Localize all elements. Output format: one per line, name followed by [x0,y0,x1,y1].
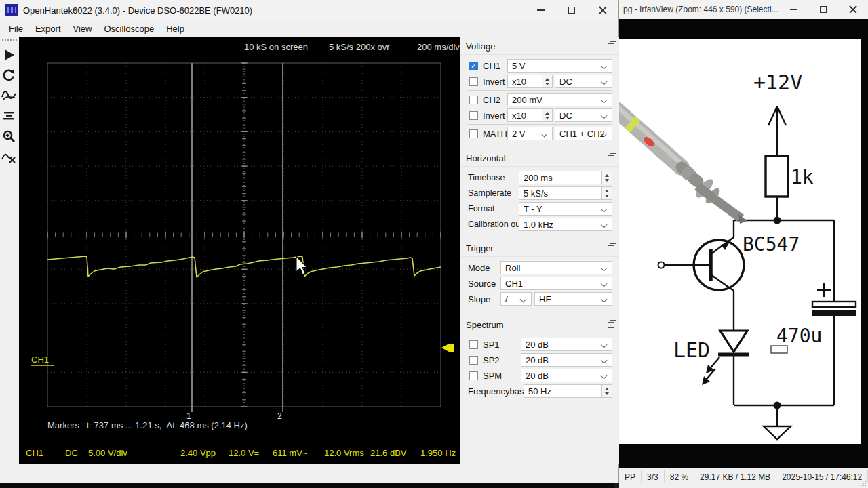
trigger-slope-select[interactable]: / [500,292,532,306]
ch2-checkbox[interactable] [469,96,478,104]
spectrum-view-button[interactable] [0,106,18,126]
zoom-icon [2,129,16,143]
menu-file[interactable]: File [3,22,29,36]
horizontal-panel-title: Horizontal [466,153,506,163]
spin-arrows-icon[interactable] [601,385,612,397]
ch2-coupling-select[interactable]: DC [555,108,612,122]
math-range-select[interactable]: 2 V [507,127,553,140]
ch2-invert-checkbox[interactable] [469,111,478,120]
close-icon [849,5,857,14]
titlebar[interactable]: OpenHantek6022 (3.4.0) - Device DSO-6022… [0,0,618,20]
irfanview-title: pg - IrfanView (Zoom: 446 x 590) (Select… [623,5,778,14]
trigger-slope-label: Slope [468,294,500,304]
spectrum-panel: Spectrum SP1 20 dB SP2 20 dB [461,317,619,398]
spin-arrows-icon[interactable] [542,75,552,87]
frequencybase-spin[interactable]: 50 Hz [524,384,612,398]
maximize-button[interactable] [556,0,587,20]
refresh-button[interactable] [0,65,18,85]
sp1-checkbox[interactable] [469,340,478,349]
ch1-invert-checkbox[interactable] [469,77,478,86]
left-toolbar [0,37,19,464]
horizontal-panel: Horizontal Timebase 200 ms Samplerate 5 … [461,150,619,231]
spm-label: SPM [483,371,521,381]
irfanview-close-button[interactable] [838,0,868,19]
levels-icon [2,109,16,123]
irfanview-window: pg - IrfanView (Zoom: 446 x 590) (Select… [619,0,868,488]
trigger-filter-select[interactable]: HF [534,292,612,306]
sp1-label: SP1 [483,340,521,350]
zoom-button[interactable] [0,126,18,146]
status-vac: 611 mV~ [273,448,307,458]
float-panel-icon[interactable] [608,155,614,161]
ch1-invert-label: Invert [483,77,507,87]
format-select[interactable]: T - Y [519,202,612,216]
image-viewport[interactable]: +12V1kBC547LED470u [619,19,868,468]
menu-oscilloscope[interactable]: Oscilloscope [98,22,160,36]
status-vdiv: 5.00 V/div [88,448,127,458]
samplerate-spin[interactable]: 5 kS/s [519,186,612,200]
close-button[interactable] [587,0,618,20]
menu-help[interactable]: Help [160,22,191,36]
resize-grip[interactable] [860,480,866,486]
trigger-mode-select[interactable]: Roll [500,261,612,274]
ch1-range-select[interactable]: 5 V [507,59,612,73]
ch2-invert-label: Invert [483,110,507,121]
minimize-icon [790,9,797,10]
circuit-photo: +12V1kBC547LED470u [619,39,861,444]
irfanview-titlebar[interactable]: pg - IrfanView (Zoom: 446 x 590) (Select… [619,0,868,19]
status-dbv: 21.6 dBV [370,448,407,458]
sp2-magnitude-select[interactable]: 20 dB [521,353,612,367]
float-panel-icon[interactable] [608,322,614,328]
circuit-diagram: +12V1kBC547LED470u [619,39,861,444]
minimize-button[interactable] [525,0,556,20]
trigger-source-select[interactable]: CH1 [500,277,612,290]
ch2-range-select[interactable]: 200 mV [507,93,612,106]
float-panel-icon[interactable] [608,43,614,49]
channel-status-bar: CH1 DC 5.00 V/div 2.40 Vpp 12.0 V= 611 m… [19,448,460,463]
irfanview-minimize-button[interactable] [778,0,808,19]
math-mode-select[interactable]: CH1 + CH2 [555,127,612,140]
svg-text:1: 1 [186,411,191,421]
svg-text:+12V: +12V [753,70,802,94]
float-panel-icon[interactable] [608,245,614,251]
voltage-view-button[interactable] [0,85,18,106]
spm-checkbox[interactable] [469,371,478,380]
svg-text:470u: 470u [776,325,822,347]
trigger-mode-label: Mode [468,263,500,273]
calibration-out-label: Calibration out [468,220,519,229]
samplerate-label: Samplerate [468,188,519,198]
calibration-out-select[interactable]: 1.0 kHz [519,218,612,231]
math-label: MATH [483,129,507,139]
scope-display[interactable]: 10 kS on screen 5 kS/s 200x ovr 200 ms/d… [19,37,460,464]
sp1-magnitude-select[interactable]: 20 dB [521,338,612,351]
status-vdc: 12.0 V= [229,448,259,458]
ch1-checkbox[interactable]: ✓ [469,62,478,70]
ch1-coupling-select[interactable]: DC [555,75,612,88]
ch1-label: CH1 [483,61,507,71]
window-title: OpenHantek6022 (3.4.0) - Device DSO-6022… [23,5,252,16]
irfanview-maximize-button[interactable] [808,0,838,19]
menu-export[interactable]: Export [29,22,67,36]
spectrum-panel-title: Spectrum [466,320,504,330]
spin-arrows-icon[interactable] [601,171,612,184]
scope-graticule: 12CH1 [19,37,460,464]
trigger-panel: Trigger Mode Roll Source CH1 Slope / [461,241,619,306]
sp2-checkbox[interactable] [469,356,478,365]
timebase-spin[interactable]: 200 ms [519,171,612,184]
minimize-icon [537,9,545,11]
spin-arrows-icon[interactable] [542,109,552,121]
ch1-level-arrow[interactable] [441,344,454,352]
ch1-probe-gain-spin[interactable]: x10 [507,75,553,88]
start-stop-button[interactable] [0,45,18,65]
menu-view[interactable]: View [67,22,98,36]
math-checkbox[interactable] [469,129,478,138]
spm-magnitude-select[interactable]: 20 dB [521,369,612,382]
ch2-probe-gain-spin[interactable]: x10 [507,108,553,122]
toolbar-drag-handle[interactable] [2,39,17,41]
sp2-label: SP2 [483,355,521,365]
measure-button[interactable] [0,146,18,167]
status-zoom-percent: 82 % [665,470,694,483]
spin-arrows-icon[interactable] [601,187,612,199]
frequencybase-label: Frequencybase [468,386,524,396]
status-vpp: 2.40 Vpp [180,448,216,458]
